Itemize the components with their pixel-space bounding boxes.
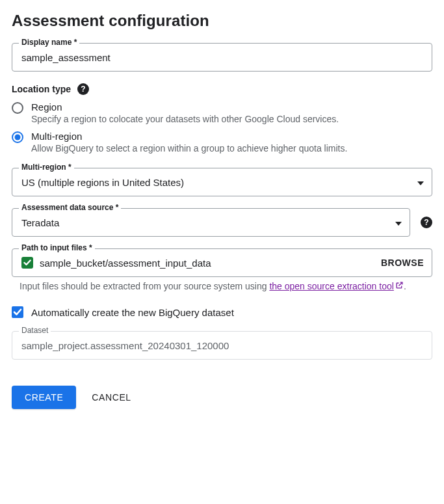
input-path-label: Path to input files * [19, 243, 95, 252]
radio-icon [12, 131, 23, 143]
check-icon [21, 257, 33, 269]
input-path-field[interactable]: Path to input files * sample_bucket/asse… [12, 248, 432, 277]
auto-create-checkbox[interactable]: Automatically create the new BigQuery da… [12, 306, 432, 318]
chevron-down-icon [417, 177, 424, 187]
data-source-value: Teradata [21, 217, 390, 228]
data-source-label: Assessment data source * [19, 203, 121, 212]
button-row: CREATE CANCEL [12, 386, 432, 409]
data-source-row: Assessment data source * Teradata ? [12, 208, 432, 237]
data-source-select[interactable]: Assessment data source * Teradata [12, 208, 410, 237]
checkbox-checked-icon [12, 306, 23, 318]
extraction-tool-link[interactable]: the open source extraction tool [269, 281, 403, 291]
chevron-down-icon [395, 217, 402, 228]
help-icon[interactable]: ? [421, 217, 432, 228]
location-type-label: Location type ? [12, 83, 432, 95]
display-name-label: Display name * [19, 38, 79, 47]
radio-region[interactable]: Region Specify a region to colocate your… [12, 101, 432, 124]
radio-multiregion-label: Multi-region [31, 131, 347, 142]
dataset-value: sample_project.assessment_20240301_12000… [21, 340, 424, 351]
create-button[interactable]: CREATE [12, 386, 76, 409]
help-icon[interactable]: ? [77, 83, 89, 95]
radio-icon [12, 102, 23, 114]
dataset-label: Dataset [19, 326, 51, 335]
radio-region-label: Region [31, 101, 339, 113]
multi-region-value: US (multiple regions in United States) [21, 177, 412, 188]
radio-multiregion-desc: Allow BigQuery to select a region within… [31, 143, 347, 153]
page-title: Assessment configuration [12, 12, 432, 30]
external-link-icon [395, 281, 404, 291]
browse-button[interactable]: BROWSE [381, 258, 424, 268]
display-name-field[interactable]: Display name * sample_assessment [12, 43, 432, 72]
input-path-help: Input files should be extracted from you… [20, 280, 432, 293]
multi-region-select[interactable]: Multi-region * US (multiple regions in U… [12, 168, 432, 196]
dataset-field: Dataset sample_project.assessment_202403… [12, 331, 432, 360]
multi-region-label: Multi-region * [19, 163, 74, 172]
radio-region-desc: Specify a region to colocate your datase… [31, 114, 339, 124]
auto-create-label: Automatically create the new BigQuery da… [31, 307, 234, 318]
radio-multiregion[interactable]: Multi-region Allow BigQuery to select a … [12, 131, 432, 153]
display-name-value: sample_assessment [21, 52, 424, 63]
input-path-value: sample_bucket/assessment_input_data [40, 258, 381, 269]
cancel-button[interactable]: CANCEL [86, 386, 136, 409]
